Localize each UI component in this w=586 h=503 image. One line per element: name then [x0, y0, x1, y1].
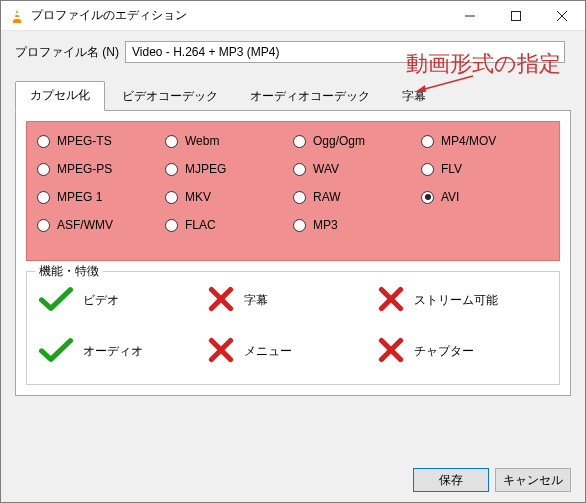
feature-label: オーディオ — [83, 343, 143, 360]
features-group: 機能・特徴 ビデオ 字幕 ストリーム可能 オーディオ メニュー チャプター — [26, 271, 560, 385]
radio-asf[interactable]: ASF/WMV — [37, 218, 165, 232]
maximize-button[interactable] — [493, 1, 539, 30]
radio-label: RAW — [313, 190, 341, 204]
feature-video: ビデオ — [39, 286, 208, 315]
radio-flac[interactable]: FLAC — [165, 218, 293, 232]
radio-label: MP4/MOV — [441, 134, 496, 148]
feature-subtitle: 字幕 — [208, 286, 377, 315]
features-legend: 機能・特徴 — [35, 263, 103, 280]
radio-mpeg-ts[interactable]: MPEG-TS — [37, 134, 165, 148]
dialog-content: プロファイル名 (N) 動画形式の指定 カプセル化 ビデオコーデック オーディオ… — [1, 31, 585, 408]
radio-ogg[interactable]: Ogg/Ogm — [293, 134, 421, 148]
radio-wav[interactable]: WAV — [293, 162, 421, 176]
feature-label: チャプター — [414, 343, 474, 360]
radio-raw[interactable]: RAW — [293, 190, 421, 204]
tab-video-codec[interactable]: ビデオコーデック — [107, 81, 233, 111]
format-highlight-region: MPEG-TS Webm Ogg/Ogm MP4/MOV MPEG-PS MJP… — [26, 121, 560, 261]
tab-strip: カプセル化 ビデオコーデック オーディオコーデック 字幕 — [15, 81, 571, 111]
radio-webm[interactable]: Webm — [165, 134, 293, 148]
cross-icon — [208, 337, 234, 366]
radio-label: MPEG 1 — [57, 190, 102, 204]
svg-line-8 — [421, 76, 473, 90]
feature-label: 字幕 — [244, 292, 268, 309]
features-grid: ビデオ 字幕 ストリーム可能 オーディオ メニュー チャプター — [39, 286, 547, 366]
feature-stream: ストリーム可能 — [378, 286, 547, 315]
window-title: プロファイルのエディション — [31, 7, 447, 24]
radio-mkv[interactable]: MKV — [165, 190, 293, 204]
radio-mp4[interactable]: MP4/MOV — [421, 134, 549, 148]
feature-audio: オーディオ — [39, 337, 208, 366]
svg-rect-5 — [512, 11, 521, 20]
radio-label: Ogg/Ogm — [313, 134, 365, 148]
profile-name-label: プロファイル名 (N) — [15, 44, 119, 61]
radio-label: MP3 — [313, 218, 338, 232]
titlebar: プロファイルのエディション — [1, 1, 585, 31]
close-button[interactable] — [539, 1, 585, 30]
dialog-window: プロファイルのエディション プロファイル名 (N) 動画形式の指定 カプセル化 … — [0, 0, 586, 503]
radio-label: WAV — [313, 162, 339, 176]
radio-avi[interactable]: AVI — [421, 190, 549, 204]
svg-rect-1 — [13, 20, 21, 23]
cross-icon — [378, 337, 404, 366]
radio-mpeg-ps[interactable]: MPEG-PS — [37, 162, 165, 176]
radio-label: FLAC — [185, 218, 216, 232]
radio-label: MPEG-TS — [57, 134, 112, 148]
window-controls — [447, 1, 585, 30]
feature-label: ビデオ — [83, 292, 119, 309]
minimize-button[interactable] — [447, 1, 493, 30]
tab-panel: MPEG-TS Webm Ogg/Ogm MP4/MOV MPEG-PS MJP… — [15, 110, 571, 396]
svg-rect-2 — [15, 13, 19, 15]
check-icon — [39, 286, 73, 315]
format-radio-grid: MPEG-TS Webm Ogg/Ogm MP4/MOV MPEG-PS MJP… — [37, 134, 549, 232]
radio-mp3[interactable]: MP3 — [293, 218, 421, 232]
cancel-button[interactable]: キャンセル — [495, 468, 571, 492]
radio-label: Webm — [185, 134, 219, 148]
cross-icon — [378, 286, 404, 315]
feature-chapter: チャプター — [378, 337, 547, 366]
radio-label: MKV — [185, 190, 211, 204]
tab-audio-codec[interactable]: オーディオコーデック — [235, 81, 385, 111]
radio-mjpeg[interactable]: MJPEG — [165, 162, 293, 176]
radio-label: MJPEG — [185, 162, 226, 176]
radio-mpeg1[interactable]: MPEG 1 — [37, 190, 165, 204]
annotation-arrow-icon — [415, 74, 475, 94]
radio-label: FLV — [441, 162, 462, 176]
vlc-icon — [9, 8, 25, 24]
radio-label: AVI — [441, 190, 459, 204]
check-icon — [39, 337, 73, 366]
svg-rect-3 — [15, 17, 20, 19]
svg-marker-9 — [415, 85, 426, 92]
feature-menu: メニュー — [208, 337, 377, 366]
radio-flv[interactable]: FLV — [421, 162, 549, 176]
feature-label: メニュー — [244, 343, 292, 360]
radio-label: MPEG-PS — [57, 162, 112, 176]
feature-label: ストリーム可能 — [414, 292, 498, 309]
radio-label: ASF/WMV — [57, 218, 113, 232]
cross-icon — [208, 286, 234, 315]
dialog-footer: 保存 キャンセル — [413, 468, 571, 492]
save-button[interactable]: 保存 — [413, 468, 489, 492]
tab-encapsulation[interactable]: カプセル化 — [15, 81, 105, 111]
